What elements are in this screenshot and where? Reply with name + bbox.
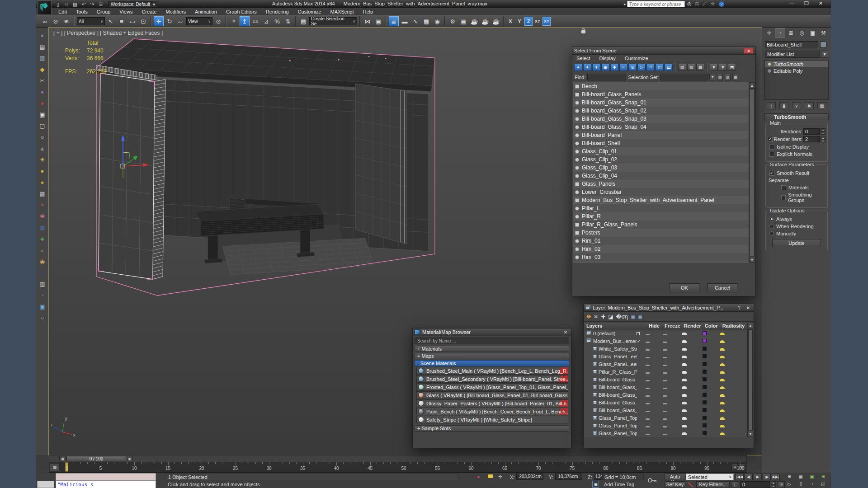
scene-object-row[interactable]: Bill-board_Shell <box>573 139 749 147</box>
select-and-rotate[interactable]: ↻ <box>165 16 175 26</box>
menu-edit[interactable]: Edit <box>54 9 71 14</box>
freeze-toggle[interactable] <box>663 342 667 343</box>
freeze-toggle[interactable] <box>663 357 667 358</box>
filter-funnel-3[interactable]: ⬒ <box>728 64 736 71</box>
save-file-button[interactable]: ▤ <box>71 1 79 7</box>
macro-recorder-pane[interactable] <box>56 473 156 481</box>
tab-motion[interactable]: ◎ <box>797 28 807 38</box>
configure-modifier-sets-button[interactable]: ▦ <box>817 102 826 109</box>
play-button[interactable]: ▶ <box>754 474 762 480</box>
radiosity-icon[interactable] <box>720 402 725 404</box>
material-row[interactable]: Frosted_Glass ( VRayMtl ) [Glass_Panel_T… <box>416 383 568 391</box>
select-by-name-button[interactable]: ≡ <box>117 16 127 26</box>
open-file-button[interactable]: ▱ <box>63 1 70 7</box>
set-current-layer-button[interactable]: �ση <box>616 314 628 320</box>
axis-constraint-x[interactable]: X <box>506 17 514 26</box>
left-toolbar-icon-23[interactable]: ▥ <box>38 279 47 289</box>
layer-row[interactable]: Glass_Panel...eet_ <box>584 360 747 368</box>
layer-row[interactable]: Bill-board_Glass_Pa <box>584 383 747 391</box>
render-toggle[interactable] <box>682 409 687 412</box>
menu-views[interactable]: Views <box>115 9 137 14</box>
freeze-toggle[interactable] <box>663 380 667 381</box>
layer-color-swatch[interactable] <box>703 339 707 343</box>
layer-row[interactable]: Glass_Panel_Top_( <box>584 414 747 422</box>
left-toolbar-icon-17[interactable]: ❀ <box>38 211 47 221</box>
freeze-toggle[interactable] <box>663 349 667 351</box>
render-toggle[interactable] <box>682 363 687 366</box>
hide-toggle[interactable] <box>646 426 650 427</box>
maximize-viewport-toggle[interactable]: ◱ <box>818 481 828 488</box>
orbit-button[interactable]: ◔ <box>807 481 817 488</box>
column-header-render[interactable]: Render <box>682 323 703 328</box>
select-and-manipulate[interactable]: ⌖ <box>229 16 239 26</box>
layer-scroll-thumb[interactable] <box>748 329 753 430</box>
iterations-field[interactable]: 0 <box>803 128 820 135</box>
render-toggle[interactable] <box>682 386 687 389</box>
menu-rendering[interactable]: Rendering <box>262 9 293 14</box>
ribbon-toggle[interactable]: ▬ <box>400 16 410 26</box>
render-toggle[interactable] <box>682 340 687 343</box>
render-toggle[interactable] <box>682 402 687 404</box>
make-unique-button[interactable]: ⋎ <box>792 102 801 109</box>
render-toggle[interactable] <box>682 379 687 381</box>
hide-toggle[interactable] <box>646 418 650 420</box>
menu-graph-editors[interactable]: Graph Editors <box>222 9 261 14</box>
hide-toggle[interactable] <box>646 372 650 374</box>
use-pivot-point-center[interactable]: ⊙ <box>213 16 223 26</box>
cancel-button[interactable]: Cancel <box>708 283 737 292</box>
left-toolbar-icon-6[interactable]: ● <box>38 87 47 97</box>
radiosity-icon[interactable] <box>720 348 725 351</box>
layer-color-swatch[interactable] <box>703 416 707 420</box>
layer-row[interactable]: Bill-board_Glass_Pa <box>584 406 747 414</box>
keyboard-override-key-icon[interactable] <box>647 476 657 485</box>
object-color-swatch[interactable] <box>820 42 826 48</box>
layer-row[interactable]: Glass_Panel...eet_ <box>584 352 747 360</box>
radiosity-icon[interactable] <box>720 409 725 412</box>
minimize-button[interactable]: — <box>789 0 794 6</box>
scene-object-row[interactable]: Bill-board_Glass_Snap_03 <box>573 115 749 123</box>
new-file-button[interactable]: ▯ <box>54 1 61 7</box>
menu-help[interactable]: Help <box>359 9 377 14</box>
y-coordinate-field[interactable]: -10,376cm <box>555 474 582 480</box>
project-folder-button[interactable]: ⌸ <box>97 1 104 7</box>
zoom-extents-button[interactable]: ▣ <box>807 474 817 480</box>
next-key-playback-button[interactable]: |▶ <box>763 474 771 480</box>
sfs-menu-select[interactable]: Select <box>572 56 594 61</box>
material-row[interactable]: Brushed_Steel_Main ( VRayMtl ) [Bench_Le… <box>416 367 568 375</box>
key-mode-dropdown[interactable]: Selected ∨ <box>686 474 734 480</box>
column-header-layers[interactable]: Layers <box>584 323 637 328</box>
help-icon[interactable]: ? <box>719 1 724 7</box>
edit-named-selection-sets[interactable]: ▤ <box>298 16 308 26</box>
freeze-toggle[interactable] <box>663 395 667 397</box>
freeze-toggle[interactable] <box>663 334 667 335</box>
sfs-menu-customize[interactable]: Customize <box>621 56 652 61</box>
communication-center-icon[interactable]: ☄ <box>703 1 707 7</box>
layer-scroll-up[interactable]: ▲ <box>748 323 753 329</box>
column-header-hide[interactable]: Hide <box>646 323 662 328</box>
left-toolbar-icon-2[interactable]: ▤ <box>38 42 47 52</box>
material-row[interactable]: Paint_Bench ( VRayMtl ) [Bench_Cover, Be… <box>416 408 568 415</box>
sfs-title-bar[interactable]: Select From Scene ✕ <box>572 47 755 55</box>
select-object[interactable]: ↖ <box>106 16 116 26</box>
go-to-end-button[interactable]: ▶▶| <box>772 474 780 480</box>
time-configuration-button[interactable]: ◷ <box>778 481 785 488</box>
material-row[interactable]: Glossy_Paper_Posters ( VRayMtl ) [Bill-b… <box>416 399 568 407</box>
isolate-selection-icon[interactable]: ● <box>477 474 480 479</box>
render-production-button[interactable]: ☕ <box>469 16 479 26</box>
align-button[interactable]: ▣ <box>373 16 383 26</box>
tab-modify[interactable]: ◔ <box>775 28 785 38</box>
unlink-selection[interactable]: ⊘ <box>51 16 61 26</box>
activeshade-button[interactable]: ☕ <box>491 16 501 26</box>
render-toggle[interactable] <box>682 348 687 351</box>
search-icon[interactable]: ◎ <box>687 1 692 7</box>
add-to-layer-button[interactable]: ✚ <box>601 314 605 320</box>
hide-toggle[interactable] <box>646 342 650 343</box>
radiosity-icon[interactable] <box>720 333 725 335</box>
help-search-input[interactable] <box>627 1 685 7</box>
layer-row[interactable]: Bill-board_Glass_Pa <box>584 375 747 383</box>
hide-toggle[interactable] <box>646 403 650 404</box>
menu-group[interactable]: Group <box>93 9 115 14</box>
set-key-button[interactable]: Set Key <box>665 481 685 488</box>
column-header-freeze[interactable]: Freeze <box>663 323 682 328</box>
find-input[interactable] <box>587 74 626 80</box>
